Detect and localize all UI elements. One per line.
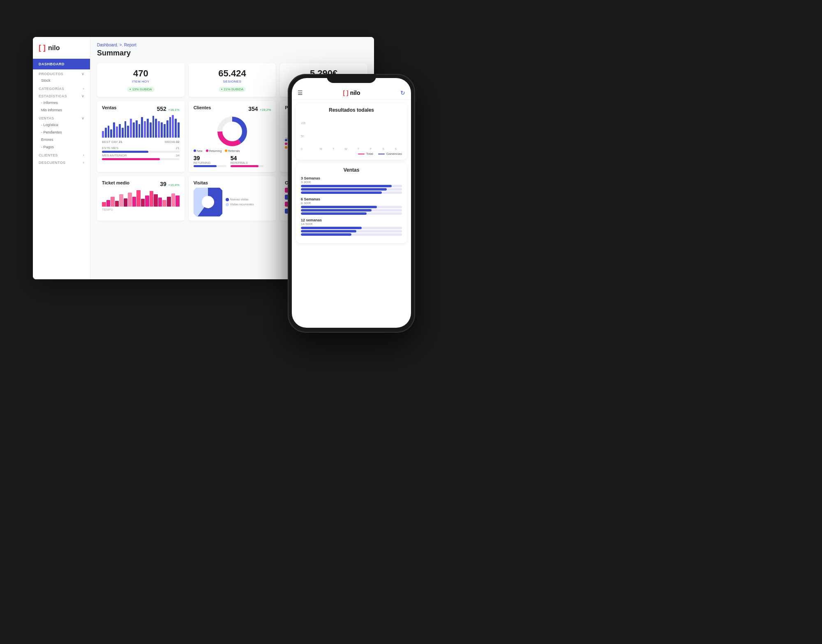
phone-x-labels: MTWTFSS <box>307 147 402 150</box>
phone-notch <box>327 74 376 83</box>
ticket-chart-title: Ticket medio <box>102 180 129 185</box>
phone-resultados-card: Resultados todales 10h 5h 0 MTWTFSS <box>296 103 407 160</box>
clientes-chart-count: 354 <box>248 106 258 112</box>
sidebar-section-categorias[interactable]: CATEGORÍAS › <box>33 84 90 92</box>
clientes-chart-change: +19,2% <box>260 108 271 112</box>
ventas-bar-chart <box>102 115 180 138</box>
ventas-row-3: 12 semanas 14.500€ <box>301 218 402 236</box>
page-title: Summary <box>97 49 367 58</box>
clientes-chart-header: Clientes 354 +19,2% <box>194 105 271 113</box>
stat-card-sessions: 65.424 SESIONES 21% SUBIDA <box>189 63 276 97</box>
sidebar-section-clientes[interactable]: CLIENTES › <box>33 151 90 158</box>
breadcrumb: Dashboard. >. Report <box>97 43 367 47</box>
logo-text: nilo <box>48 44 60 52</box>
phone-container: ☰ [ ] nilo ↻ Resultados todales 10h 5h 0 <box>288 74 415 333</box>
donut-legend: New Returning Referrals <box>194 150 271 152</box>
phone-menu-icon[interactable]: ☰ <box>298 90 303 96</box>
sidebar-item-mis-informes[interactable]: Mis informes <box>33 106 90 114</box>
stat-badge-sessions: 21% SUBIDA <box>219 87 246 92</box>
clientes-chart-title: Clientes <box>194 105 211 110</box>
phone-resultados-title: Resultados todales <box>301 107 402 113</box>
logo-bracket-icon: [ ] <box>39 44 46 52</box>
sidebar-section-estadisticas[interactable]: ESTADÍSTICAS ∨ <box>33 92 90 99</box>
phone-logo-text: nilo <box>350 90 360 96</box>
phone-outer: ☰ [ ] nilo ↻ Resultados todales 10h 5h 0 <box>288 74 415 333</box>
phone-logo-bracket-icon: [ ] <box>343 90 348 96</box>
phone-legend: Total Ganancias <box>301 152 402 156</box>
visitas-chart-card: Visitas Nuevas visitas Vis <box>189 176 276 221</box>
ventas-chart-title: Ventas <box>102 105 116 110</box>
stat-label-sessions: SESIONES <box>194 80 270 83</box>
ventas-chart-header: Ventas 552 +16,1% <box>102 105 180 113</box>
ventas-chart-count: 552 <box>157 106 166 112</box>
phone-ventas-card: Ventas 3 Semanas 3.300€ 6 Semanas 8.300€ <box>296 163 407 243</box>
sidebar-item-errores[interactable]: Errores <box>33 136 90 143</box>
sidebar-item-informes[interactable]: - Informes <box>33 99 90 106</box>
sidebar-logo: [ ] nilo <box>33 37 90 59</box>
sidebar-section-descuentos[interactable]: DESCUENTOS › <box>33 158 90 166</box>
sidebar-section-productos[interactable]: PRODUCTOS ∨ <box>33 69 90 77</box>
ventas-row-2: 6 Semanas 8.300€ <box>301 197 402 215</box>
ticket-chart-change: +10,4% <box>168 183 179 187</box>
phone-logo: [ ] nilo <box>343 90 360 96</box>
clientes-chart-card: Clientes 354 +19,2% New <box>189 101 276 172</box>
sidebar-item-dashboard[interactable]: DASHBOARD <box>33 59 90 69</box>
sidebar-section-ventas[interactable]: VENTAS ∨ <box>33 114 90 121</box>
ventas-chart-card: Ventas 552 +16,1% BEST DAY 21 MEDIA 32 E… <box>97 101 185 172</box>
stat-badge-items: 13% SUBIDA <box>127 87 155 92</box>
stat-label-items: ITEM HOY <box>103 80 179 83</box>
ticket-chart-card: Ticket medio 39 +10,4% TIEMPO <box>97 176 185 221</box>
stat-card-items: 470 ITEM HOY 13% SUBIDA <box>97 63 185 97</box>
phone-bar-chart <box>307 117 402 146</box>
phone-ventas-title: Ventas <box>301 167 402 173</box>
sidebar: [ ] nilo DASHBOARD PRODUCTOS ∨ Stock CAT… <box>33 37 90 279</box>
ticket-chart-count: 39 <box>160 181 166 187</box>
sidebar-item-pendientes[interactable]: - Pendientes <box>33 129 90 136</box>
phone-screen: ☰ [ ] nilo ↻ Resultados todales 10h 5h 0 <box>292 78 411 328</box>
ventas-chart-footer: BEST DAY 21 MEDIA 32 <box>102 140 180 144</box>
ventas-chart-change: +16,1% <box>168 108 179 112</box>
ticket-tiempo-label: TIEMPO <box>102 208 180 211</box>
visitas-chart-title: Visitas <box>194 180 208 185</box>
stat-value-sessions: 65.424 <box>194 68 270 79</box>
ticket-sparkline <box>102 190 180 207</box>
phone-y-labels: 10h 5h 0 <box>301 122 307 150</box>
ventas-row-1: 3 Semanas 3.300€ <box>301 176 402 194</box>
ventas-progress: ESTE MES 21 MES ANTERIOR 34 <box>102 146 180 160</box>
sidebar-item-logistica[interactable]: - Logística <box>33 121 90 129</box>
sidebar-item-stock[interactable]: Stock <box>33 77 90 84</box>
phone-refresh-icon[interactable]: ↻ <box>400 90 405 96</box>
donut-chart <box>194 115 271 148</box>
visitas-wrap: Nuevas visitas Visitas recurrentes <box>194 188 271 216</box>
stat-value-items: 470 <box>103 68 179 79</box>
sidebar-item-pagos[interactable]: - Pagos <box>33 143 90 151</box>
